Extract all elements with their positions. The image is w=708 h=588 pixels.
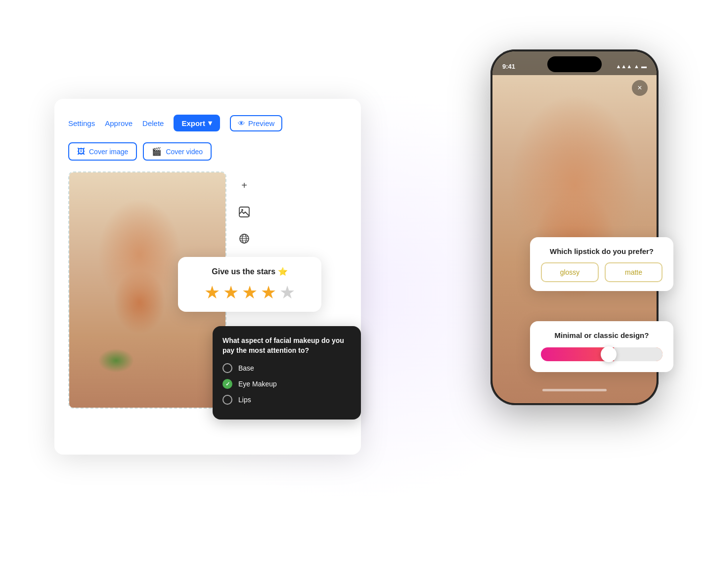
lipstick-option-matte[interactable]: matte (605, 262, 663, 282)
eye-icon: 👁 (238, 119, 245, 127)
editor-toolbar: Settings Approve Delete Export ▾ 👁 Previ… (68, 115, 347, 131)
chevron-down-icon: ▾ (208, 119, 212, 127)
dynamic-island (547, 56, 602, 72)
slider-track-right (614, 347, 663, 361)
poll-question: What aspect of facial makeup do you pay … (222, 336, 351, 355)
cover-image-tab[interactable]: 🖼 Cover image (68, 142, 137, 161)
battery-icon: ▬ (641, 63, 647, 69)
editor-tools: + (235, 171, 253, 248)
settings-link[interactable]: Settings (68, 119, 95, 127)
lipstick-option-glossy[interactable]: glossy (541, 262, 599, 282)
slider-question: Minimal or classic design? (541, 331, 663, 339)
export-button[interactable]: Export ▾ (174, 115, 220, 131)
phone-progress-bar (542, 389, 607, 391)
poll-option-eye-makeup[interactable]: Eye Makeup (222, 379, 351, 389)
rating-card: Give us the stars ⭐ ★ ★ ★ ★ ★ (178, 257, 321, 312)
star-4[interactable]: ★ (261, 282, 276, 303)
lipstick-question: Which lipstick do you prefer? (541, 247, 663, 255)
add-tool-button[interactable]: + (235, 176, 253, 194)
wifi-icon: ▲ (634, 63, 639, 69)
lipstick-options: glossy matte (541, 262, 663, 282)
star-1[interactable]: ★ (204, 282, 220, 303)
poll-card: What aspect of facial makeup do you pay … (213, 326, 361, 420)
phone-time: 9:41 (502, 63, 515, 70)
preview-button[interactable]: 👁 Preview (230, 115, 282, 131)
globe-tool-button[interactable] (235, 230, 253, 248)
signal-icon: ▲▲▲ (616, 63, 632, 69)
scene: Settings Approve Delete Export ▾ 👁 Previ… (0, 0, 708, 588)
poll-radio-base[interactable] (222, 363, 232, 373)
cover-tabs: 🖼 Cover image 🎬 Cover video (68, 142, 347, 161)
lipstick-card: Which lipstick do you prefer? glossy mat… (530, 237, 673, 291)
star-3[interactable]: ★ (242, 282, 258, 303)
rating-title: Give us the stars ⭐ (189, 267, 310, 276)
slider-thumb[interactable] (601, 346, 617, 362)
poll-option-lips[interactable]: Lips (222, 395, 351, 405)
image-icon: 🖼 (77, 147, 85, 156)
star-2[interactable]: ★ (223, 282, 239, 303)
svg-point-1 (241, 209, 243, 211)
star-5[interactable]: ★ (279, 282, 295, 303)
slider-track[interactable] (541, 347, 663, 361)
approve-link[interactable]: Approve (105, 119, 133, 127)
cover-video-tab[interactable]: 🎬 Cover video (143, 142, 212, 161)
poll-option-base[interactable]: Base (222, 363, 351, 373)
video-icon: 🎬 (152, 147, 162, 156)
poll-radio-eye-makeup[interactable] (222, 379, 232, 389)
phone-close-button[interactable]: × (632, 80, 648, 96)
slider-card: Minimal or classic design? (530, 321, 673, 372)
delete-link[interactable]: Delete (142, 119, 164, 127)
phone-status-icons: ▲▲▲ ▲ ▬ (616, 63, 647, 69)
stars-row: ★ ★ ★ ★ ★ (189, 282, 310, 303)
poll-radio-lips[interactable] (222, 395, 232, 405)
image-tool-button[interactable] (235, 203, 253, 221)
